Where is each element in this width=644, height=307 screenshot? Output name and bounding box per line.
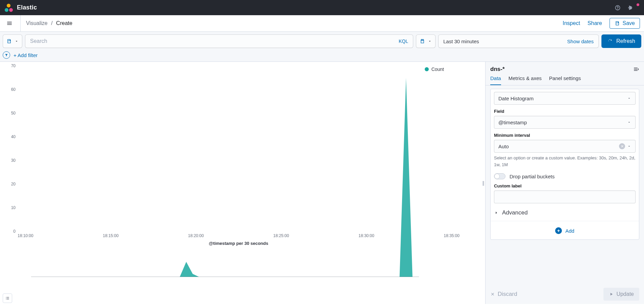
notification-dot-icon <box>637 3 639 6</box>
min-interval-value: Auto <box>498 144 509 149</box>
drop-partial-label: Drop partial buckets <box>510 174 554 179</box>
close-icon <box>490 292 495 297</box>
legend-toggle-button[interactable] <box>3 293 12 303</box>
tab-data[interactable]: Data <box>490 75 501 85</box>
app-subheader: Visualize / Create Inspect Share Save <box>0 15 644 32</box>
share-link[interactable]: Share <box>588 20 602 26</box>
x-tick-label: 18:35:00 <box>444 233 460 238</box>
date-picker-button[interactable] <box>416 34 436 48</box>
search-input[interactable] <box>25 35 394 48</box>
play-icon <box>609 292 614 297</box>
calendar-icon <box>420 39 425 44</box>
chart-area: Count Count 010203040506070 18:10:0018:1… <box>0 62 481 304</box>
y-tick-label: 40 <box>5 134 16 139</box>
index-pattern-title: dns-* <box>490 66 505 73</box>
chart-grid: 010203040506070 <box>18 66 446 231</box>
save-button[interactable]: Save <box>610 18 640 29</box>
add-bucket-button[interactable]: + Add <box>491 225 639 237</box>
newsfeed-icon[interactable] <box>627 4 634 11</box>
y-tick-label: 60 <box>5 87 16 92</box>
chevron-down-icon <box>627 96 631 100</box>
update-button: Update <box>603 288 639 301</box>
list-icon <box>5 296 10 301</box>
chart-plot <box>31 66 419 277</box>
chevron-right-icon <box>494 210 499 215</box>
refresh-button[interactable]: Refresh <box>601 34 641 48</box>
filter-icon[interactable] <box>3 51 10 59</box>
inspect-link[interactable]: Inspect <box>563 20 580 26</box>
global-header: Elastic <box>0 0 644 15</box>
chevron-down-icon <box>627 144 631 148</box>
y-tick-label: 70 <box>5 63 16 68</box>
plus-icon: + <box>555 227 562 234</box>
y-tick-label: 0 <box>5 229 16 234</box>
y-tick-label: 50 <box>5 111 16 116</box>
nav-toggle-button[interactable] <box>4 18 15 29</box>
saved-query-menu[interactable] <box>3 34 22 48</box>
brand-name[interactable]: Elastic <box>17 4 37 11</box>
advanced-toggle[interactable]: Advanced <box>494 209 636 216</box>
breadcrumb-current: Create <box>56 20 72 26</box>
y-tick-label: 20 <box>5 182 16 186</box>
query-bar: KQL Last 30 minutes Show dates Refresh +… <box>0 32 644 62</box>
field-select[interactable]: @timestamp <box>494 116 636 129</box>
tab-panel-settings[interactable]: Panel settings <box>549 75 581 85</box>
panel-options-icon[interactable] <box>633 66 639 72</box>
drop-partial-toggle[interactable] <box>494 173 505 179</box>
refresh-icon <box>608 39 613 44</box>
chevron-down-icon <box>627 120 631 124</box>
disk-icon <box>6 39 12 44</box>
add-label: Add <box>565 228 574 234</box>
aggregation-select[interactable]: Date Histogram <box>494 92 636 105</box>
field-label: Field <box>494 109 636 114</box>
clear-icon[interactable]: ✕ <box>619 143 625 149</box>
update-label: Update <box>616 291 634 297</box>
resize-handle[interactable]: ‖ <box>481 62 485 304</box>
save-icon <box>615 21 620 26</box>
min-interval-label: Minimum interval <box>494 133 636 138</box>
breadcrumb-parent[interactable]: Visualize <box>26 20 48 26</box>
help-icon[interactable] <box>614 4 621 11</box>
refresh-label: Refresh <box>616 38 635 44</box>
min-interval-help: Select an option or create a custom valu… <box>494 155 636 168</box>
custom-label-label: Custom label <box>494 183 636 188</box>
bucket-config-card: Date Histogram Field @timestamp Minimum … <box>490 89 639 240</box>
chevron-down-icon <box>15 39 19 43</box>
discard-label: Discard <box>498 291 517 298</box>
search-input-container: KQL <box>25 34 413 48</box>
breadcrumb: Visualize / Create <box>26 20 72 26</box>
y-axis-title: Count <box>0 167 1 179</box>
y-tick-label: 30 <box>5 158 16 163</box>
y-tick-label: 10 <box>5 205 16 210</box>
min-interval-select[interactable]: Auto ✕ <box>494 140 636 153</box>
custom-label-input[interactable] <box>494 190 636 203</box>
time-range-display[interactable]: Last 30 minutes Show dates <box>438 34 599 48</box>
panel-tabs: Data Metrics & axes Panel settings <box>486 73 644 85</box>
add-filter-link[interactable]: + Add filter <box>14 52 38 58</box>
main-content: Count Count 010203040506070 18:10:0018:1… <box>0 62 644 304</box>
advanced-label: Advanced <box>502 209 528 216</box>
show-dates-link[interactable]: Show dates <box>563 39 598 44</box>
save-button-label: Save <box>623 20 635 26</box>
field-value: @timestamp <box>498 120 527 125</box>
elastic-logo-icon[interactable] <box>5 4 13 12</box>
time-range-text: Last 30 minutes <box>439 39 563 44</box>
kql-toggle[interactable]: KQL <box>394 39 413 44</box>
aggregation-value: Date Histogram <box>498 96 534 101</box>
chevron-down-icon <box>428 39 432 43</box>
discard-button: Discard <box>490 291 517 298</box>
tab-metrics-axes[interactable]: Metrics & axes <box>509 75 542 85</box>
editor-sidepanel: dns-* Data Metrics & axes Panel settings… <box>485 62 644 304</box>
